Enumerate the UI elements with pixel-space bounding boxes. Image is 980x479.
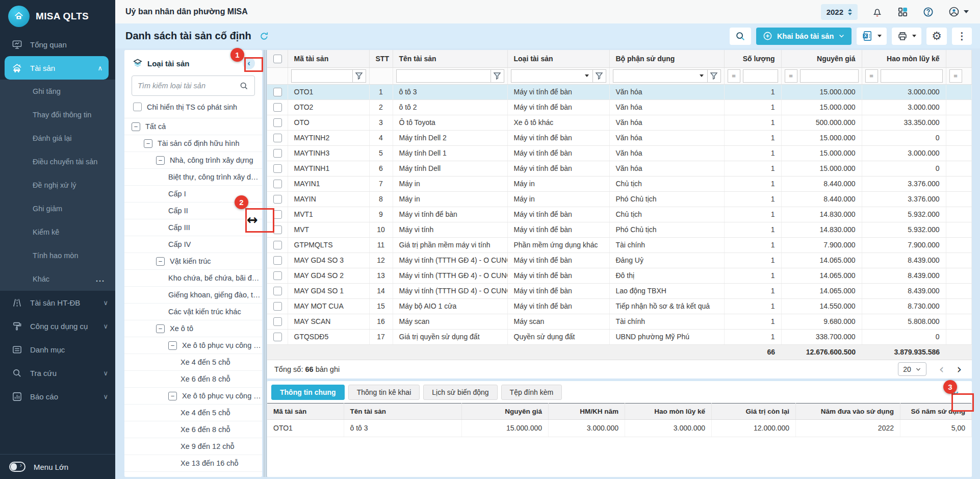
asset-type-search-input[interactable] bbox=[138, 82, 239, 90]
table-row[interactable]: MAYTINH3 5 Máy tính Dell 1 Máy vi tính đ… bbox=[267, 145, 972, 161]
tree-node[interactable]: Kho chứa, bể chứa, bãi đỗ, s... bbox=[124, 270, 262, 287]
equals-operator[interactable]: = bbox=[785, 69, 797, 83]
row-checkbox[interactable] bbox=[273, 302, 282, 311]
sidebar-item-cong-cu-dung-cu[interactable]: Công cụ dụng cụ ∨ bbox=[0, 314, 115, 338]
row-checkbox[interactable] bbox=[273, 103, 282, 112]
row-checkbox[interactable] bbox=[273, 180, 282, 188]
print-button[interactable] bbox=[892, 28, 921, 45]
year-selector[interactable]: 2022 bbox=[821, 4, 858, 20]
apps-menu-button[interactable] bbox=[897, 6, 909, 18]
tree-node[interactable]: − Tài sản cố định hữu hình bbox=[124, 135, 262, 152]
column-header-bo-phan[interactable]: Bộ phận sử dụng bbox=[609, 50, 724, 67]
export-excel-button[interactable]: X bbox=[857, 28, 887, 45]
app-logo[interactable]: MISA QLTS bbox=[0, 0, 115, 33]
declare-asset-button[interactable]: Khai báo tài sản bbox=[756, 28, 852, 45]
filter-checkbox[interactable] bbox=[133, 103, 142, 111]
filter-input-hm[interactable] bbox=[881, 69, 943, 83]
sidebar-subitem[interactable]: Đề nghị xử lý bbox=[0, 173, 115, 197]
table-row[interactable]: MAYTINH2 4 Máy tính Dell 2 Máy vi tính đ… bbox=[267, 130, 972, 145]
tree-node[interactable]: Xe 4 đến 5 chỗ bbox=[124, 405, 262, 421]
collapse-expander-icon[interactable]: − bbox=[168, 341, 177, 350]
column-header-stt[interactable]: STT bbox=[369, 50, 393, 67]
row-checkbox[interactable] bbox=[273, 118, 282, 127]
table-row[interactable]: OTO1 1 ô tô 3 Máy vi tính để bàn Văn hóa… bbox=[267, 84, 972, 99]
year-stepper-icon[interactable] bbox=[848, 9, 852, 15]
table-row[interactable]: GTQSDĐ5 17 Giá trị quyền sử dụng đất Quy… bbox=[267, 329, 972, 344]
search-button[interactable] bbox=[730, 28, 751, 45]
row-checkbox[interactable] bbox=[273, 210, 282, 219]
tree-node[interactable]: Xe 9 đến 12 chỗ bbox=[124, 438, 262, 455]
column-header-ma-tai-san[interactable]: Mã tài sản bbox=[288, 50, 369, 67]
sidebar-item-tai-san-htdb[interactable]: Tài sản HT-ĐB ∨ bbox=[0, 291, 115, 314]
row-checkbox[interactable] bbox=[273, 88, 282, 96]
sidebar-subitem[interactable]: Ghi giảm bbox=[0, 197, 115, 220]
filter-input-ma[interactable] bbox=[291, 69, 352, 83]
equals-operator[interactable]: = bbox=[728, 69, 740, 83]
sidebar-subitem[interactable]: Đánh giá lại bbox=[0, 127, 115, 150]
notifications-button[interactable] bbox=[871, 6, 883, 18]
row-checkbox[interactable] bbox=[273, 241, 282, 249]
previous-page-button[interactable]: ‹ bbox=[939, 363, 944, 375]
collapse-expander-icon[interactable]: − bbox=[156, 257, 165, 266]
sidebar-item-tai-san[interactable]: Tài sản ∧ bbox=[5, 56, 109, 80]
table-row[interactable]: OTO 3 Ô tô Toyota Xe ô tô khác Văn hóa 1… bbox=[267, 115, 972, 130]
row-checkbox[interactable] bbox=[273, 317, 282, 326]
sidebar-subitem[interactable]: Khác ... bbox=[0, 267, 115, 291]
column-header-nguyen-gia[interactable]: Nguyên giá bbox=[781, 50, 862, 67]
collapse-expander-icon[interactable]: − bbox=[156, 324, 165, 333]
collapse-expander-icon[interactable]: − bbox=[168, 392, 177, 400]
detail-data-row[interactable]: OTO1 ô tô 3 15.000.000 3.000.000 3.000.0… bbox=[267, 419, 972, 437]
row-checkbox[interactable] bbox=[273, 271, 282, 280]
filter-select-loai[interactable] bbox=[511, 69, 592, 83]
detail-tab[interactable]: Lịch sử biến động bbox=[423, 385, 497, 400]
column-header-ten-tai-san[interactable]: Tên tài sản bbox=[393, 50, 507, 67]
sidebar-item-tong-quan[interactable]: Tổng quan bbox=[0, 33, 115, 56]
column-header-so-luong[interactable]: Số lượng bbox=[724, 50, 781, 67]
tree-node[interactable]: Xe 4 đến 5 chỗ bbox=[124, 354, 262, 371]
tree-node[interactable]: Giếng khoan, giếng đào, tườ... bbox=[124, 287, 262, 304]
tree-node[interactable]: Biệt thự, công trình xây dựn... bbox=[124, 169, 262, 186]
tree-node[interactable]: Các vật kiến trúc khác bbox=[124, 304, 262, 320]
collapse-expander-icon[interactable]: − bbox=[132, 122, 140, 131]
row-checkbox[interactable] bbox=[273, 149, 282, 158]
more-options-button[interactable]: ⋮ bbox=[952, 28, 972, 45]
row-checkbox[interactable] bbox=[273, 195, 282, 204]
table-row[interactable]: MVT1 9 Máy vi tính để bàn Máy vi tính để… bbox=[267, 207, 972, 222]
sidebar-subitem[interactable]: Điều chuyển tài sản bbox=[0, 150, 115, 173]
table-row[interactable]: MAY SCAN 16 Máy scan Máy scan Tài chính … bbox=[267, 314, 972, 329]
tree-node[interactable]: − Xe ô tô phục vụ công tác ... bbox=[124, 388, 262, 405]
row-checkbox[interactable] bbox=[273, 256, 282, 265]
table-row[interactable]: MAY MOT CUA 15 Máy bộ AIO 1 cửa Máy vi t… bbox=[267, 298, 972, 314]
tree-node[interactable]: − Tất cả bbox=[124, 118, 262, 135]
sidebar-subitem[interactable]: Ghi tăng bbox=[0, 80, 115, 103]
sidebar-subitem[interactable]: Tính hao mòn bbox=[0, 244, 115, 267]
table-row[interactable]: MAYIN1 7 Máy in Máy in Chủ tịch 1 8.440.… bbox=[267, 176, 972, 191]
sidebar-subitem[interactable]: Kiểm kê bbox=[0, 220, 115, 244]
funnel-filter-button[interactable] bbox=[352, 69, 366, 83]
search-icon[interactable] bbox=[239, 81, 249, 91]
sidebar-item-tra-cuu[interactable]: Tra cứu ∨ bbox=[0, 361, 115, 385]
settings-button[interactable]: ⚙ bbox=[926, 28, 947, 45]
equals-operator[interactable]: = bbox=[865, 69, 878, 83]
filter-input-ten[interactable] bbox=[396, 69, 491, 83]
select-all-checkbox[interactable] bbox=[273, 55, 282, 63]
funnel-filter-button[interactable] bbox=[707, 69, 721, 83]
tree-node[interactable]: Xe 13 đến 16 chỗ bbox=[124, 455, 262, 472]
tree-node[interactable]: Xe 6 đến 8 chỗ bbox=[124, 421, 262, 438]
table-row[interactable]: MAYIN 8 Máy in Máy in Phó Chủ tịch 1 8.4… bbox=[267, 191, 972, 207]
collapse-expander-icon[interactable]: − bbox=[144, 139, 152, 148]
tree-node[interactable]: Xe 6 đến 8 chỗ bbox=[124, 371, 262, 388]
table-row[interactable]: MAY GD4 SO 2 13 Máy vi tính (TTTH GĐ 4) … bbox=[267, 268, 972, 283]
sidebar-item-danh-muc[interactable]: Danh mục bbox=[0, 338, 115, 361]
menu-size-toggle[interactable]: Menu Lớn bbox=[0, 454, 115, 479]
detail-tab[interactable]: Thông tin kê khai bbox=[348, 385, 420, 400]
page-size-select[interactable]: 20 bbox=[898, 362, 926, 376]
tree-node[interactable]: Cấp III bbox=[124, 219, 262, 236]
refresh-button[interactable] bbox=[259, 31, 269, 41]
tree-node[interactable]: − Xe ô tô bbox=[124, 320, 262, 337]
column-header-loai-tai-san[interactable]: Loại tài sản bbox=[507, 50, 609, 67]
tree-node[interactable]: Cấp IV bbox=[124, 236, 262, 253]
row-checkbox[interactable] bbox=[273, 333, 282, 341]
column-header-hao-mon[interactable]: Hao mòn lũy kế bbox=[862, 50, 946, 67]
more-dots-icon[interactable]: ... bbox=[96, 275, 105, 283]
